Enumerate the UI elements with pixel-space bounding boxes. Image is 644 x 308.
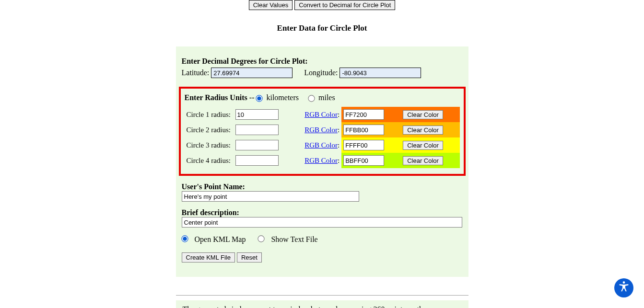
color-swatch: Clear Color — [401, 153, 459, 168]
rgb-color-input[interactable] — [343, 155, 384, 166]
circle-radius-input[interactable] — [235, 155, 279, 166]
rgb-color-link[interactable]: RGB Color — [304, 141, 338, 149]
rgb-color-link[interactable]: RGB Color — [304, 111, 338, 118]
color-swatch — [341, 122, 401, 137]
color-swatch — [341, 107, 401, 122]
rgb-color-link[interactable]: RGB Color — [304, 157, 338, 164]
radius-section-highlight: Enter Radius Units -- kilometers miles C… — [179, 87, 466, 176]
latitude-input[interactable] — [211, 68, 293, 78]
accessibility-button[interactable] — [614, 278, 633, 297]
show-text-radio[interactable] — [258, 235, 265, 242]
clear-color-button[interactable]: Clear Color — [403, 141, 443, 150]
kilometers-radio[interactable] — [256, 95, 263, 102]
point-name-input[interactable] — [182, 191, 359, 202]
clear-color-button[interactable]: Clear Color — [403, 110, 443, 119]
show-text-label: Show Text File — [271, 235, 317, 243]
color-swatch — [341, 153, 401, 168]
rgb-color-input[interactable] — [343, 140, 384, 150]
longitude-label: Longitude: — [304, 68, 338, 77]
radius-units-heading: Enter Radius Units — [185, 93, 247, 102]
rgb-color-link[interactable]: RGB Color — [304, 126, 338, 134]
description-input[interactable] — [182, 217, 462, 228]
clear-color-button[interactable]: Clear Color — [403, 125, 443, 135]
table-row: Circle 4 radius:RGB Color:Clear Color — [185, 153, 460, 168]
circle-plot-form: Enter Decimal Degrees for Circle Plot: L… — [176, 46, 468, 277]
circle-radius-label: Circle 2 radius: — [185, 122, 234, 137]
latitude-label: Latitude: — [182, 68, 210, 77]
table-row: Circle 2 radius:RGB Color:Clear Color — [185, 122, 460, 137]
circle-radius-input[interactable] — [235, 125, 279, 135]
circle-radius-label: Circle 4 radius: — [185, 153, 234, 168]
clear-values-button[interactable]: Clear Values — [249, 0, 293, 10]
note-text: The generated circles are not true circl… — [176, 300, 468, 308]
miles-radio[interactable] — [308, 95, 315, 102]
kilometers-label: kilometers — [266, 93, 299, 102]
circle-radius-input[interactable] — [235, 140, 279, 150]
description-label: Brief description: — [182, 208, 463, 217]
page-title: Enter Data for Circle Plot — [0, 23, 644, 33]
create-kml-button[interactable]: Create KML File — [182, 252, 235, 262]
color-swatch — [341, 137, 401, 153]
circle-radius-label: Circle 3 radius: — [185, 137, 234, 153]
color-swatch: Clear Color — [401, 107, 459, 122]
radius-units-separator: -- — [247, 93, 257, 102]
miles-label: miles — [318, 93, 335, 102]
accessibility-icon — [617, 280, 631, 296]
open-kml-radio[interactable] — [181, 235, 188, 242]
color-swatch: Clear Color — [401, 122, 459, 137]
circles-table: Circle 1 radius:RGB Color:Clear ColorCir… — [185, 107, 460, 168]
rgb-color-input[interactable] — [343, 109, 384, 120]
point-name-label: User's Point Name: — [182, 183, 463, 191]
svg-point-0 — [623, 281, 625, 284]
decimal-degrees-heading: Enter Decimal Degrees for Circle Plot: — [182, 57, 463, 66]
open-kml-label: Open KML Map — [195, 235, 246, 243]
color-swatch: Clear Color — [401, 137, 459, 153]
divider — [176, 295, 468, 296]
rgb-color-input[interactable] — [343, 125, 384, 135]
clear-color-button[interactable]: Clear Color — [403, 156, 443, 165]
table-row: Circle 1 radius:RGB Color:Clear Color — [185, 107, 460, 122]
circle-radius-label: Circle 1 radius: — [185, 107, 234, 122]
reset-button[interactable]: Reset — [237, 252, 262, 262]
convert-decimal-button[interactable]: Convert to Decimal for Circle Plot — [294, 0, 395, 10]
circle-radius-input[interactable] — [235, 109, 279, 120]
longitude-input[interactable] — [340, 68, 421, 78]
table-row: Circle 3 radius:RGB Color:Clear Color — [185, 137, 460, 153]
